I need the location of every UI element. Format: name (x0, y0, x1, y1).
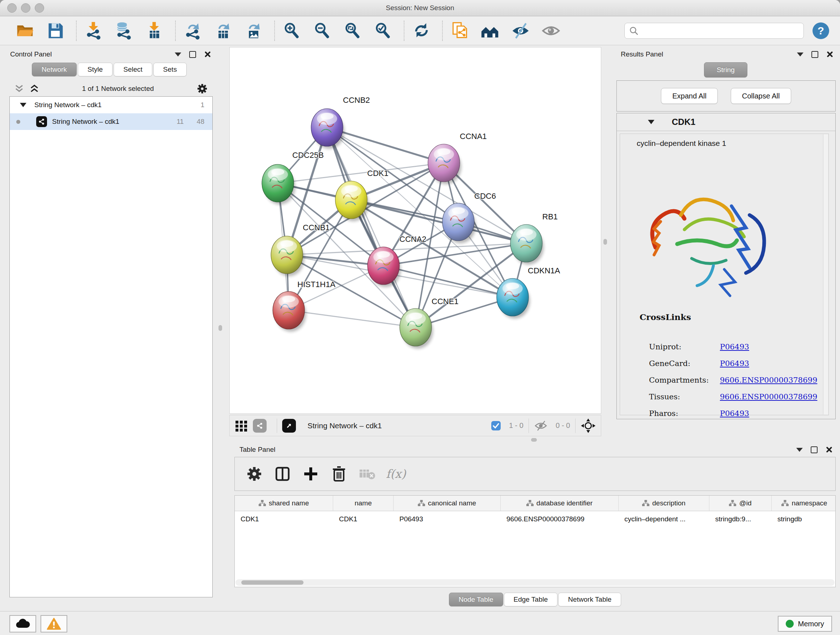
selected-checkbox-icon[interactable] (491, 421, 501, 431)
network-node-CDC25B[interactable]: CDC25B (262, 150, 324, 204)
column-header-description[interactable]: description (619, 496, 709, 511)
tab-style[interactable]: Style (78, 63, 112, 76)
zoom-in-icon[interactable] (281, 20, 302, 41)
crosslink-compartments-link[interactable]: 9606.ENSP00000378699 (720, 376, 817, 385)
gene-section-header[interactable]: CDK1 (617, 113, 835, 131)
left-splitter-grip[interactable] (218, 325, 222, 331)
hide-graphics-icon[interactable] (510, 20, 531, 41)
expand-all-button[interactable]: Expand All (661, 88, 718, 104)
crosslink-tissues-link[interactable]: 9606.ENSP00000378699 (720, 393, 817, 401)
shared-column-icon (729, 500, 736, 507)
network-node-RB1[interactable]: RB1 (510, 212, 558, 264)
node-table[interactable]: shared namenamecanonical namedatabase id… (234, 495, 836, 587)
scrollbar-thumb[interactable] (241, 580, 303, 585)
gene-disclosure-icon[interactable] (648, 120, 654, 124)
crosslink-pharos-link[interactable]: P06493 (720, 409, 749, 418)
network-row[interactable]: String Network – cdk1 11 48 (10, 113, 212, 130)
export-image-icon[interactable] (243, 20, 264, 41)
home-icon[interactable] (480, 20, 501, 41)
table-panel-header: Table Panel (234, 443, 836, 456)
import-network-icon[interactable] (83, 20, 104, 41)
function-builder-icon[interactable]: f(x) (386, 467, 406, 481)
right-splitter-grip[interactable] (603, 239, 607, 245)
column-header-namespace[interactable]: namespace (772, 496, 836, 511)
memory-button[interactable]: Memory (778, 616, 832, 632)
tab-sets[interactable]: Sets (153, 63, 187, 76)
export-network-icon[interactable] (182, 20, 203, 41)
network-edge[interactable] (327, 127, 416, 327)
column-header-@id[interactable]: @id (709, 496, 772, 511)
float-panel-icon[interactable] (189, 51, 196, 58)
control-panel-header: Control Panel (4, 47, 214, 62)
expand-all-icon[interactable] (30, 84, 39, 93)
float-panel-icon[interactable] (812, 51, 818, 58)
tab-select[interactable]: Select (114, 63, 152, 76)
network-node-CCNA1[interactable]: CCNA1 (428, 132, 487, 184)
crosslink-uniprot-link[interactable]: P06493 (720, 342, 749, 351)
table-row[interactable]: CDK1CDK1P064939606.ENSP00000378699cyclin… (235, 511, 835, 527)
refresh-icon[interactable] (411, 20, 432, 41)
collapse-panel-icon[interactable] (797, 52, 804, 57)
zoom-out-icon[interactable] (312, 20, 333, 41)
tab-string[interactable]: String (704, 62, 747, 78)
search-input[interactable] (638, 27, 799, 35)
columns-icon[interactable] (271, 462, 294, 486)
float-panel-icon[interactable] (811, 447, 818, 453)
zoom-selected-icon[interactable] (373, 20, 393, 41)
help-button[interactable]: ? (813, 22, 829, 39)
network-canvas[interactable]: CCNB2CCNA1CDC25BCDK1CDC6RB1CCNB1CCNA2CDK… (229, 47, 601, 414)
hidden-eye-icon[interactable] (534, 420, 548, 432)
delete-column-icon[interactable] (327, 462, 351, 486)
network-node-CCNB2[interactable]: CCNB2 (311, 96, 370, 149)
import-network-database-icon[interactable] (114, 20, 134, 41)
network-graph[interactable]: CCNB2CCNA1CDC25BCDK1CDC6RB1CCNB1CCNA2CDK… (230, 48, 601, 413)
table-horizontal-scrollbar[interactable] (235, 579, 835, 586)
gene-details: cyclin–dependent kinase 1 CrossLinks Uni… (620, 134, 829, 415)
export-table-icon[interactable] (213, 20, 234, 41)
gene-description: cyclin–dependent kinase 1 (637, 139, 726, 148)
tab-network-table[interactable]: Network Table (558, 593, 621, 606)
warning-button[interactable] (41, 615, 67, 632)
collection-disclosure-icon[interactable] (20, 103, 27, 107)
zoom-fit-icon[interactable] (342, 20, 363, 41)
clone-network-icon[interactable] (449, 20, 470, 41)
tab-edge-table[interactable]: Edge Table (504, 593, 558, 606)
network-node-CCNB1[interactable]: CCNB1 (271, 223, 330, 276)
network-edge[interactable] (327, 127, 444, 163)
gear-icon[interactable] (197, 83, 208, 94)
close-panel-icon[interactable] (826, 51, 833, 57)
network-node-HIST1H1A[interactable]: HIST1H1A (273, 280, 335, 332)
column-header-shared-name[interactable]: shared name (235, 496, 333, 511)
network-node-CDKN1A[interactable]: CDKN1A (497, 266, 561, 318)
column-header-database-identifier[interactable]: database identifier (501, 496, 619, 511)
grid-view-icon[interactable] (235, 419, 248, 432)
import-table-icon[interactable] (144, 20, 165, 41)
delete-table-icon[interactable] (355, 462, 379, 486)
network-edge[interactable] (289, 310, 416, 327)
column-header-name[interactable]: name (333, 496, 393, 511)
bottom-splitter-grip[interactable] (531, 438, 537, 442)
open-in-window-icon[interactable] (282, 419, 296, 432)
add-column-icon[interactable] (299, 462, 322, 486)
close-panel-icon[interactable] (826, 447, 832, 453)
network-collection-row[interactable]: String Network – cdk1 1 (10, 97, 212, 113)
show-graphics-icon[interactable] (540, 20, 561, 41)
network-node-CCNE1[interactable]: CCNE1 (400, 297, 459, 348)
save-session-icon[interactable] (45, 20, 66, 41)
network-badge-gray-icon[interactable] (253, 419, 267, 432)
crosslink-genecard-link[interactable]: P06493 (720, 359, 749, 368)
collapse-all-button[interactable]: Collapse All (731, 88, 791, 104)
tab-node-table[interactable]: Node Table (449, 593, 503, 606)
results-scrollbar[interactable] (823, 134, 828, 415)
cloud-button[interactable] (9, 615, 36, 632)
collapse-panel-icon[interactable] (796, 448, 803, 452)
open-session-icon[interactable] (14, 20, 35, 41)
collapse-panel-icon[interactable] (175, 52, 181, 57)
table-gear-icon[interactable] (243, 462, 266, 486)
birdseye-view-icon[interactable] (581, 418, 596, 433)
column-header-canonical-name[interactable]: canonical name (393, 496, 501, 511)
search-box[interactable] (624, 23, 804, 39)
close-panel-icon[interactable] (204, 51, 210, 57)
collapse-all-icon[interactable] (14, 84, 24, 93)
tab-network[interactable]: Network (32, 63, 77, 76)
